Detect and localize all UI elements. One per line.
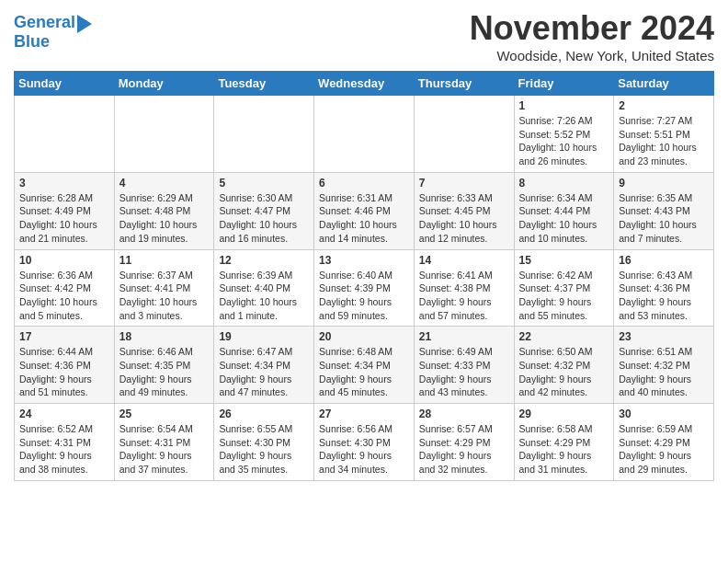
day-number: 24 [19, 408, 109, 420]
day-number: 13 [319, 254, 409, 267]
calendar-cell: 3Sunrise: 6:28 AM Sunset: 4:49 PM Daylig… [15, 172, 115, 249]
day-number: 28 [419, 408, 509, 420]
day-number: 6 [319, 177, 409, 190]
calendar-cell [15, 96, 115, 173]
day-number: 4 [119, 177, 210, 190]
calendar-cell: 27Sunrise: 6:56 AM Sunset: 4:30 PM Dayli… [314, 404, 415, 481]
calendar-week-3: 10Sunrise: 6:36 AM Sunset: 4:42 PM Dayli… [15, 249, 714, 327]
weekday-header-tuesday: Tuesday [214, 72, 314, 96]
day-number: 26 [219, 408, 309, 420]
day-number: 5 [219, 177, 309, 190]
day-number: 10 [19, 254, 109, 267]
day-number: 2 [619, 99, 709, 112]
calendar-cell [414, 96, 514, 173]
day-info: Sunrise: 6:40 AM Sunset: 4:39 PM Dayligh… [319, 269, 409, 323]
day-info: Sunrise: 6:41 AM Sunset: 4:38 PM Dayligh… [419, 269, 509, 323]
day-info: Sunrise: 6:35 AM Sunset: 4:43 PM Dayligh… [619, 191, 709, 246]
calendar-cell: 8Sunrise: 6:34 AM Sunset: 4:44 PM Daylig… [514, 172, 614, 249]
day-number: 30 [619, 408, 709, 420]
day-number: 1 [519, 99, 609, 112]
calendar-cell: 29Sunrise: 6:58 AM Sunset: 4:29 PM Dayli… [514, 404, 614, 481]
day-info: Sunrise: 6:34 AM Sunset: 4:44 PM Dayligh… [519, 191, 609, 246]
day-number: 17 [19, 330, 109, 343]
calendar-cell: 7Sunrise: 6:33 AM Sunset: 4:45 PM Daylig… [414, 172, 514, 249]
day-info: Sunrise: 6:51 AM Sunset: 4:32 PM Dayligh… [619, 345, 709, 399]
weekday-header-thursday: Thursday [414, 72, 514, 96]
day-number: 7 [419, 177, 509, 190]
day-info: Sunrise: 6:29 AM Sunset: 4:48 PM Dayligh… [119, 191, 210, 246]
day-info: Sunrise: 6:46 AM Sunset: 4:35 PM Dayligh… [119, 345, 210, 399]
logo-text: General [14, 14, 75, 32]
day-number: 20 [319, 330, 409, 343]
day-info: Sunrise: 7:27 AM Sunset: 5:51 PM Dayligh… [619, 114, 709, 168]
day-number: 11 [119, 254, 210, 267]
day-info: Sunrise: 6:43 AM Sunset: 4:36 PM Dayligh… [619, 269, 709, 323]
day-info: Sunrise: 6:33 AM Sunset: 4:45 PM Dayligh… [419, 191, 509, 246]
calendar-cell: 22Sunrise: 6:50 AM Sunset: 4:32 PM Dayli… [514, 327, 614, 404]
day-info: Sunrise: 6:42 AM Sunset: 4:37 PM Dayligh… [519, 269, 609, 323]
calendar-cell: 12Sunrise: 6:39 AM Sunset: 4:40 PM Dayli… [214, 249, 314, 327]
calendar-cell: 1Sunrise: 7:26 AM Sunset: 5:52 PM Daylig… [514, 96, 614, 173]
calendar-cell: 14Sunrise: 6:41 AM Sunset: 4:38 PM Dayli… [414, 249, 514, 327]
day-info: Sunrise: 6:50 AM Sunset: 4:32 PM Dayligh… [519, 345, 609, 399]
day-number: 16 [619, 254, 709, 267]
day-number: 19 [219, 330, 309, 343]
calendar-cell [314, 96, 415, 173]
day-number: 14 [419, 254, 509, 267]
calendar-cell: 21Sunrise: 6:49 AM Sunset: 4:33 PM Dayli… [414, 327, 514, 404]
calendar-cell: 6Sunrise: 6:31 AM Sunset: 4:46 PM Daylig… [314, 172, 415, 249]
day-info: Sunrise: 6:39 AM Sunset: 4:40 PM Dayligh… [219, 269, 309, 323]
calendar-week-2: 3Sunrise: 6:28 AM Sunset: 4:49 PM Daylig… [15, 172, 714, 249]
calendar-cell: 10Sunrise: 6:36 AM Sunset: 4:42 PM Dayli… [15, 249, 115, 327]
calendar-cell: 2Sunrise: 7:27 AM Sunset: 5:51 PM Daylig… [614, 96, 714, 173]
location-subtitle: Woodside, New York, United States [470, 48, 714, 63]
calendar-cell: 17Sunrise: 6:44 AM Sunset: 4:36 PM Dayli… [15, 327, 115, 404]
day-info: Sunrise: 6:28 AM Sunset: 4:49 PM Dayligh… [19, 191, 109, 246]
day-number: 22 [519, 330, 609, 343]
calendar-cell: 23Sunrise: 6:51 AM Sunset: 4:32 PM Dayli… [614, 327, 714, 404]
weekday-header-saturday: Saturday [614, 72, 714, 96]
day-info: Sunrise: 6:44 AM Sunset: 4:36 PM Dayligh… [19, 345, 109, 399]
title-block: November 2024 Woodside, New York, United… [470, 9, 714, 63]
day-info: Sunrise: 6:31 AM Sunset: 4:46 PM Dayligh… [319, 191, 409, 246]
weekday-header-row: SundayMondayTuesdayWednesdayThursdayFrid… [15, 72, 714, 96]
day-number: 25 [119, 408, 210, 420]
day-info: Sunrise: 6:37 AM Sunset: 4:41 PM Dayligh… [119, 269, 210, 323]
day-info: Sunrise: 6:36 AM Sunset: 4:42 PM Dayligh… [19, 269, 109, 323]
calendar-cell: 11Sunrise: 6:37 AM Sunset: 4:41 PM Dayli… [114, 249, 214, 327]
day-info: Sunrise: 6:56 AM Sunset: 4:30 PM Dayligh… [319, 422, 409, 477]
day-number: 21 [419, 330, 509, 343]
weekday-header-wednesday: Wednesday [314, 72, 415, 96]
day-info: Sunrise: 6:59 AM Sunset: 4:29 PM Dayligh… [619, 422, 709, 477]
calendar-cell: 30Sunrise: 6:59 AM Sunset: 4:29 PM Dayli… [614, 404, 714, 481]
calendar-week-4: 17Sunrise: 6:44 AM Sunset: 4:36 PM Dayli… [15, 327, 714, 404]
day-info: Sunrise: 6:58 AM Sunset: 4:29 PM Dayligh… [519, 422, 609, 477]
logo-arrow-icon [77, 15, 92, 33]
logo-blue-text: Blue [14, 33, 50, 52]
day-number: 12 [219, 254, 309, 267]
calendar-cell [114, 96, 214, 173]
calendar-cell: 18Sunrise: 6:46 AM Sunset: 4:35 PM Dayli… [114, 327, 214, 404]
day-info: Sunrise: 6:55 AM Sunset: 4:30 PM Dayligh… [219, 422, 309, 477]
day-number: 9 [619, 177, 709, 190]
weekday-header-sunday: Sunday [15, 72, 115, 96]
day-info: Sunrise: 6:52 AM Sunset: 4:31 PM Dayligh… [19, 422, 109, 477]
day-number: 18 [119, 330, 210, 343]
day-info: Sunrise: 6:54 AM Sunset: 4:31 PM Dayligh… [119, 422, 210, 477]
calendar-cell: 9Sunrise: 6:35 AM Sunset: 4:43 PM Daylig… [614, 172, 714, 249]
calendar-week-1: 1Sunrise: 7:26 AM Sunset: 5:52 PM Daylig… [15, 96, 714, 173]
day-info: Sunrise: 6:57 AM Sunset: 4:29 PM Dayligh… [419, 422, 509, 477]
calendar-cell: 5Sunrise: 6:30 AM Sunset: 4:47 PM Daylig… [214, 172, 314, 249]
day-number: 27 [319, 408, 409, 420]
page-header: General Blue November 2024 Woodside, New… [14, 9, 714, 63]
calendar-cell: 13Sunrise: 6:40 AM Sunset: 4:39 PM Dayli… [314, 249, 415, 327]
calendar-cell: 28Sunrise: 6:57 AM Sunset: 4:29 PM Dayli… [414, 404, 514, 481]
calendar-cell: 20Sunrise: 6:48 AM Sunset: 4:34 PM Dayli… [314, 327, 415, 404]
day-info: Sunrise: 6:30 AM Sunset: 4:47 PM Dayligh… [219, 191, 309, 246]
day-info: Sunrise: 6:47 AM Sunset: 4:34 PM Dayligh… [219, 345, 309, 399]
calendar-cell: 16Sunrise: 6:43 AM Sunset: 4:36 PM Dayli… [614, 249, 714, 327]
month-title: November 2024 [470, 9, 714, 48]
calendar-cell: 24Sunrise: 6:52 AM Sunset: 4:31 PM Dayli… [15, 404, 115, 481]
day-info: Sunrise: 7:26 AM Sunset: 5:52 PM Dayligh… [519, 114, 609, 168]
weekday-header-friday: Friday [514, 72, 614, 96]
